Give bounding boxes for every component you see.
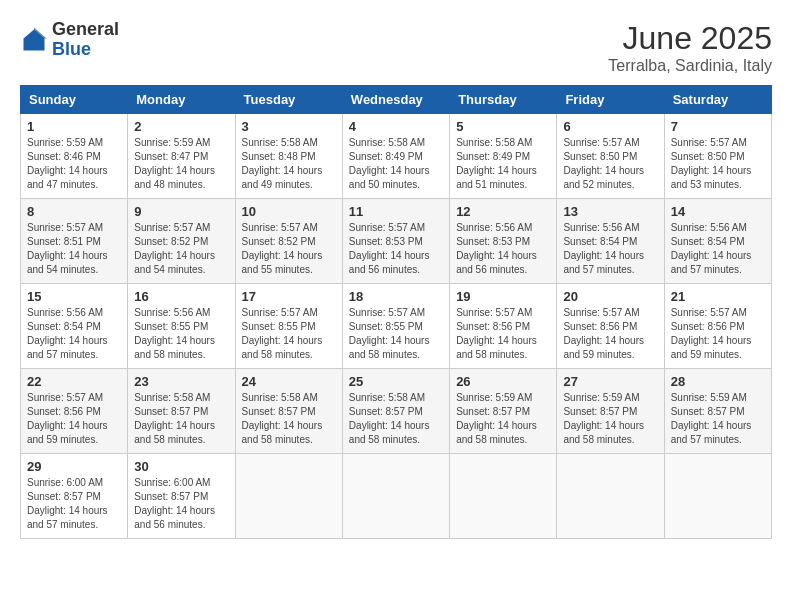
day-cell-18: 18Sunrise: 5:57 AMSunset: 8:55 PMDayligh… [342, 284, 449, 369]
day-cell-26: 26Sunrise: 5:59 AMSunset: 8:57 PMDayligh… [450, 369, 557, 454]
day-number: 6 [563, 119, 657, 134]
day-cell-13: 13Sunrise: 5:56 AMSunset: 8:54 PMDayligh… [557, 199, 664, 284]
empty-cell [450, 454, 557, 539]
day-info: Sunrise: 5:56 AMSunset: 8:55 PMDaylight:… [134, 306, 228, 362]
column-header-sunday: Sunday [21, 86, 128, 114]
day-cell-9: 9Sunrise: 5:57 AMSunset: 8:52 PMDaylight… [128, 199, 235, 284]
day-number: 21 [671, 289, 765, 304]
column-header-monday: Monday [128, 86, 235, 114]
day-info: Sunrise: 5:56 AMSunset: 8:53 PMDaylight:… [456, 221, 550, 277]
day-number: 13 [563, 204, 657, 219]
day-number: 15 [27, 289, 121, 304]
day-info: Sunrise: 5:58 AMSunset: 8:48 PMDaylight:… [242, 136, 336, 192]
day-info: Sunrise: 5:58 AMSunset: 8:49 PMDaylight:… [349, 136, 443, 192]
week-row-3: 15Sunrise: 5:56 AMSunset: 8:54 PMDayligh… [21, 284, 772, 369]
day-cell-17: 17Sunrise: 5:57 AMSunset: 8:55 PMDayligh… [235, 284, 342, 369]
day-cell-27: 27Sunrise: 5:59 AMSunset: 8:57 PMDayligh… [557, 369, 664, 454]
day-info: Sunrise: 5:56 AMSunset: 8:54 PMDaylight:… [27, 306, 121, 362]
day-number: 14 [671, 204, 765, 219]
day-cell-8: 8Sunrise: 5:57 AMSunset: 8:51 PMDaylight… [21, 199, 128, 284]
day-number: 18 [349, 289, 443, 304]
column-header-wednesday: Wednesday [342, 86, 449, 114]
day-cell-20: 20Sunrise: 5:57 AMSunset: 8:56 PMDayligh… [557, 284, 664, 369]
day-cell-22: 22Sunrise: 5:57 AMSunset: 8:56 PMDayligh… [21, 369, 128, 454]
column-header-tuesday: Tuesday [235, 86, 342, 114]
day-cell-25: 25Sunrise: 5:58 AMSunset: 8:57 PMDayligh… [342, 369, 449, 454]
day-number: 11 [349, 204, 443, 219]
day-cell-4: 4Sunrise: 5:58 AMSunset: 8:49 PMDaylight… [342, 114, 449, 199]
column-header-thursday: Thursday [450, 86, 557, 114]
day-info: Sunrise: 5:56 AMSunset: 8:54 PMDaylight:… [671, 221, 765, 277]
day-number: 5 [456, 119, 550, 134]
header: General Blue June 2025 Terralba, Sardini… [20, 20, 772, 75]
day-info: Sunrise: 5:57 AMSunset: 8:56 PMDaylight:… [671, 306, 765, 362]
day-cell-28: 28Sunrise: 5:59 AMSunset: 8:57 PMDayligh… [664, 369, 771, 454]
week-row-5: 29Sunrise: 6:00 AMSunset: 8:57 PMDayligh… [21, 454, 772, 539]
day-cell-6: 6Sunrise: 5:57 AMSunset: 8:50 PMDaylight… [557, 114, 664, 199]
day-number: 29 [27, 459, 121, 474]
day-info: Sunrise: 5:57 AMSunset: 8:53 PMDaylight:… [349, 221, 443, 277]
day-info: Sunrise: 6:00 AMSunset: 8:57 PMDaylight:… [27, 476, 121, 532]
day-cell-16: 16Sunrise: 5:56 AMSunset: 8:55 PMDayligh… [128, 284, 235, 369]
logo: General Blue [20, 20, 119, 60]
day-info: Sunrise: 5:57 AMSunset: 8:52 PMDaylight:… [242, 221, 336, 277]
empty-cell [342, 454, 449, 539]
day-info: Sunrise: 5:58 AMSunset: 8:57 PMDaylight:… [242, 391, 336, 447]
day-number: 19 [456, 289, 550, 304]
page-container: General Blue June 2025 Terralba, Sardini… [20, 20, 772, 539]
day-info: Sunrise: 5:57 AMSunset: 8:56 PMDaylight:… [563, 306, 657, 362]
day-cell-30: 30Sunrise: 6:00 AMSunset: 8:57 PMDayligh… [128, 454, 235, 539]
day-info: Sunrise: 5:57 AMSunset: 8:56 PMDaylight:… [27, 391, 121, 447]
day-cell-5: 5Sunrise: 5:58 AMSunset: 8:49 PMDaylight… [450, 114, 557, 199]
day-info: Sunrise: 5:58 AMSunset: 8:57 PMDaylight:… [349, 391, 443, 447]
day-number: 26 [456, 374, 550, 389]
day-cell-21: 21Sunrise: 5:57 AMSunset: 8:56 PMDayligh… [664, 284, 771, 369]
day-cell-24: 24Sunrise: 5:58 AMSunset: 8:57 PMDayligh… [235, 369, 342, 454]
day-cell-14: 14Sunrise: 5:56 AMSunset: 8:54 PMDayligh… [664, 199, 771, 284]
title-section: June 2025 Terralba, Sardinia, Italy [608, 20, 772, 75]
day-cell-3: 3Sunrise: 5:58 AMSunset: 8:48 PMDaylight… [235, 114, 342, 199]
day-number: 25 [349, 374, 443, 389]
calendar-title: June 2025 [608, 20, 772, 57]
day-cell-23: 23Sunrise: 5:58 AMSunset: 8:57 PMDayligh… [128, 369, 235, 454]
day-cell-10: 10Sunrise: 5:57 AMSunset: 8:52 PMDayligh… [235, 199, 342, 284]
column-header-saturday: Saturday [664, 86, 771, 114]
calendar-subtitle: Terralba, Sardinia, Italy [608, 57, 772, 75]
day-info: Sunrise: 5:59 AMSunset: 8:57 PMDaylight:… [456, 391, 550, 447]
day-cell-2: 2Sunrise: 5:59 AMSunset: 8:47 PMDaylight… [128, 114, 235, 199]
logo-text: General Blue [52, 20, 119, 60]
day-info: Sunrise: 5:56 AMSunset: 8:54 PMDaylight:… [563, 221, 657, 277]
day-number: 4 [349, 119, 443, 134]
day-number: 24 [242, 374, 336, 389]
day-number: 20 [563, 289, 657, 304]
day-number: 2 [134, 119, 228, 134]
empty-cell [664, 454, 771, 539]
week-row-2: 8Sunrise: 5:57 AMSunset: 8:51 PMDaylight… [21, 199, 772, 284]
empty-cell [557, 454, 664, 539]
day-info: Sunrise: 5:57 AMSunset: 8:55 PMDaylight:… [349, 306, 443, 362]
week-row-4: 22Sunrise: 5:57 AMSunset: 8:56 PMDayligh… [21, 369, 772, 454]
day-cell-19: 19Sunrise: 5:57 AMSunset: 8:56 PMDayligh… [450, 284, 557, 369]
calendar-header-row: SundayMondayTuesdayWednesdayThursdayFrid… [21, 86, 772, 114]
day-cell-12: 12Sunrise: 5:56 AMSunset: 8:53 PMDayligh… [450, 199, 557, 284]
day-number: 7 [671, 119, 765, 134]
day-cell-15: 15Sunrise: 5:56 AMSunset: 8:54 PMDayligh… [21, 284, 128, 369]
day-info: Sunrise: 5:59 AMSunset: 8:57 PMDaylight:… [563, 391, 657, 447]
day-number: 12 [456, 204, 550, 219]
day-info: Sunrise: 5:59 AMSunset: 8:46 PMDaylight:… [27, 136, 121, 192]
day-info: Sunrise: 6:00 AMSunset: 8:57 PMDaylight:… [134, 476, 228, 532]
day-number: 10 [242, 204, 336, 219]
logo-blue-text: Blue [52, 39, 91, 59]
day-cell-11: 11Sunrise: 5:57 AMSunset: 8:53 PMDayligh… [342, 199, 449, 284]
day-info: Sunrise: 5:57 AMSunset: 8:52 PMDaylight:… [134, 221, 228, 277]
day-number: 28 [671, 374, 765, 389]
day-number: 23 [134, 374, 228, 389]
day-number: 27 [563, 374, 657, 389]
day-info: Sunrise: 5:59 AMSunset: 8:47 PMDaylight:… [134, 136, 228, 192]
column-header-friday: Friday [557, 86, 664, 114]
logo-general-text: General [52, 19, 119, 39]
day-number: 30 [134, 459, 228, 474]
day-info: Sunrise: 5:57 AMSunset: 8:56 PMDaylight:… [456, 306, 550, 362]
generalblue-logo-icon [20, 26, 48, 54]
day-number: 8 [27, 204, 121, 219]
